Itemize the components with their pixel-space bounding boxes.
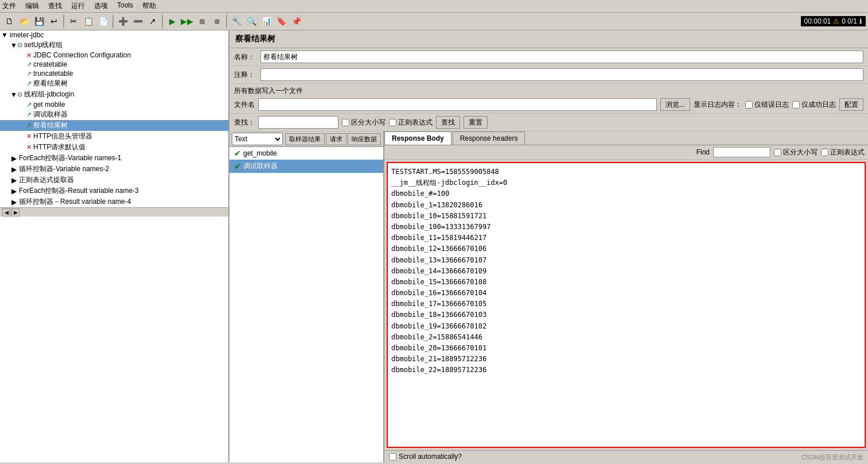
case-sensitive-checkbox[interactable] [342,119,349,126]
detail-tabs: Response Body Response headers [384,132,868,145]
toolbar-add[interactable]: ➕ [116,14,130,28]
toolbar-cut[interactable]: ✂ [67,14,80,28]
toolbar-pin[interactable]: 📌 [289,14,303,28]
menu-find[interactable]: 查找 [48,1,62,11]
error-only-checkbox[interactable] [745,101,753,109]
info-icon: ℹ [859,17,862,25]
toolbar-new[interactable]: 🗋 [2,14,16,28]
detail-tab-headers[interactable]: Response headers [453,132,526,145]
menu-run[interactable]: 运行 [71,1,85,11]
toolbar-save[interactable]: 💾 [32,14,46,28]
expand-icon-setup[interactable]: ▼ [10,41,17,49]
green-dot-2: ✔ [234,162,241,171]
detail-tab-body[interactable]: Response Body [384,132,451,145]
toolbar-analyze[interactable]: 🔍 [244,14,258,28]
result-item-get-mobile[interactable]: ✔ get_mobile [229,147,383,160]
view-mode-select[interactable]: Text [232,133,283,145]
tab-sampler[interactable]: 取样器结果 [285,133,325,145]
tree-label-http_default: HTTP请求默认值 [33,142,85,152]
menubar: 文件 编辑 查找 运行 选项 Tools 帮助 [0,0,868,13]
error-only-label: 仅错误日志 [754,100,789,110]
expand-icon-foreach1[interactable]: ▶ [10,154,17,163]
success-only-checkbox[interactable] [792,101,800,109]
expand-icon-imeter-jdbc[interactable]: ▼ [1,31,8,39]
file-input[interactable] [258,98,657,111]
tree-item-http_header[interactable]: ✕HTTP信息头管理器 [0,131,228,142]
find-input[interactable] [713,147,770,157]
case-sensitive-label: 区分大小写 [342,118,386,127]
tree-item-imeter-jdbc[interactable]: ▼imeter-jdbc [0,30,228,40]
toolbar-sep-3 [162,15,163,28]
tree-item-setup[interactable]: ▼⊙setUp线程组 [0,40,228,51]
tree-item-group[interactable]: ▼⊙线程组-jdbclogin [0,89,228,100]
tree-item-tree2[interactable]: ↗察看结果树 [0,120,228,131]
tab-request[interactable]: 请求 [326,133,347,145]
toolbar-open[interactable]: 📂 [17,14,31,28]
find-case-checkbox[interactable] [774,149,781,156]
tree-icon-group: ⊙ [17,91,22,98]
result-item-debug[interactable]: ✔ 调试取样器 [229,160,383,173]
tree-icon-debug: ↗ [26,111,32,118]
menu-edit[interactable]: 编辑 [25,1,39,11]
find-regex-label: 正则表达式 [821,148,865,157]
tree-label-foreach1: ForEach控制器-Variable names-1 [19,153,122,163]
tree-label-setup: setUp线程组 [24,40,63,50]
tree-item-truncate[interactable]: ↗truncatetable [0,69,228,78]
warning-icon: ⚠ [833,17,839,25]
toolbar-shutdown[interactable]: ⏺ [210,14,224,28]
tree-item-http_default[interactable]: ✕HTTP请求默认值 [0,142,228,153]
reset-btn[interactable]: 重置 [464,116,488,129]
tree-item-create[interactable]: ↗createtable [0,60,228,69]
expand-icon-group[interactable]: ▼ [10,91,17,99]
tree-item-loop1[interactable]: ▶循环控制器-Variable names-2 [0,164,228,175]
scroll-auto-checkbox[interactable] [389,453,396,461]
expand-icon-foreach2[interactable]: ▶ [10,187,17,195]
config-btn[interactable]: 配置 [839,98,863,111]
expand-icon-loop2[interactable]: ▶ [10,198,17,206]
find-regex-checkbox[interactable] [821,149,828,156]
toolbar-expand[interactable]: ↗ [146,14,159,28]
menu-help[interactable]: 帮助 [142,1,156,11]
find-btn[interactable]: 查找 [436,116,460,129]
toolbar-start[interactable]: ▶ [165,14,179,28]
search-row: 查找： 区分大小写 正则表达式 查找 重置 [229,114,868,132]
tree-item-get_mobile[interactable]: ↗get mobile [0,100,228,109]
tree-item-jdbc[interactable]: ✕JDBC Connection Configuration [0,51,228,60]
toolbar-paste[interactable]: 📄 [96,14,110,28]
green-dot-1: ✔ [234,149,241,158]
toolbar-start-no-pauses[interactable]: ▶▶ [180,14,194,28]
search-input[interactable] [258,116,338,129]
toolbar-copy[interactable]: 📋 [81,14,95,28]
tree-item-debug[interactable]: ↗调试取样器 [0,109,228,120]
tree-item-tree1[interactable]: ↗察看结果树 [0,78,228,89]
timer-area: 00:00:01 ⚠ 0 0/1 ℹ [801,16,866,26]
expand-icon-loop1[interactable]: ▶ [10,165,17,173]
tree-item-regex1[interactable]: ▶正则表达式提取器 [0,175,228,185]
comment-input[interactable] [260,68,863,81]
results-area: Text 取样器结果 请求 响应数据 ✔ get_mobile [229,132,868,462]
result-detail: Response Body Response headers Find 区分大小… [384,132,868,462]
tree-icon-http_default: ✕ [26,144,32,151]
toolbar-remove[interactable]: ➖ [131,14,145,28]
menu-file[interactable]: 文件 [2,1,16,11]
toolbar-template[interactable]: 📊 [259,14,273,28]
name-label: 名称： [234,52,257,62]
toolbar-stop[interactable]: ⏹ [195,14,209,28]
expand-icon-regex1[interactable]: ▶ [10,176,17,184]
menu-tools[interactable]: Tools [117,1,133,11]
tree-item-foreach2[interactable]: ▶ForEach控制器-Result variable name-3 [0,185,228,196]
tree-item-loop2[interactable]: ▶循环控制器－Result variable name-4 [0,196,228,207]
name-input[interactable] [260,51,863,63]
toolbar-revert[interactable]: ↩ [47,14,61,28]
scroll-right-arrow[interactable]: ▶ [11,208,20,216]
tree-item-foreach1[interactable]: ▶ForEach控制器-Variable names-1 [0,153,228,164]
browse-btn[interactable]: 浏览... [660,98,690,111]
tab-response[interactable]: 响应数据 [348,133,381,145]
scroll-left-arrow[interactable]: ◀ [2,208,10,216]
toolbar-bookmark[interactable]: 🔖 [274,14,288,28]
regex-checkbox[interactable] [389,119,396,126]
menu-options[interactable]: 选项 [94,1,108,11]
find-bar: Find 区分大小写 正则表达式 [384,145,868,160]
file-row: 文件名 浏览... 显示日志内容： 仅错误日志 仅成功日志 配置 [234,98,863,111]
toolbar-remote[interactable]: 🔧 [229,14,243,28]
